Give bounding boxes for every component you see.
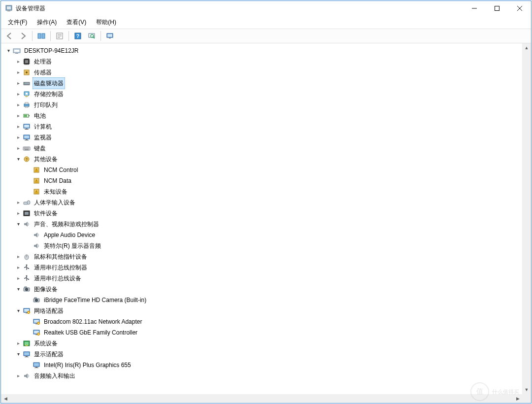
tree-node-14[interactable]: 软件设备 — [2, 208, 530, 219]
expand-arrow[interactable] — [15, 78, 22, 89]
tree-node-3[interactable]: 存储控制器 — [2, 89, 530, 100]
tree-node-label[interactable]: 图像设备 — [33, 283, 59, 295]
horizontal-scrollbar[interactable]: ◀ ▶ — [1, 394, 522, 403]
tree-node-27[interactable]: 显示适配器 — [2, 349, 530, 360]
tree-node-label[interactable]: NCM Control — [42, 164, 79, 176]
tree-node-28[interactable]: Intel(R) Iris(R) Plus Graphics 655 — [2, 360, 530, 370]
tree-node-label[interactable]: 系统设备 — [33, 337, 59, 349]
scroll-right-button[interactable]: ▶ — [513, 394, 522, 403]
tree-node-label[interactable]: 英特尔(R) 显示器音频 — [42, 240, 102, 252]
expand-arrow[interactable] — [15, 273, 22, 284]
close-button[interactable] — [508, 1, 531, 16]
tree-node-10[interactable]: NCM Control — [2, 165, 530, 175]
expand-arrow[interactable] — [15, 349, 22, 360]
expand-arrow[interactable] — [15, 219, 22, 230]
scroll-left-button[interactable]: ◀ — [1, 394, 10, 403]
tree-node-13[interactable]: 人体学输入设备 — [2, 197, 530, 208]
expand-arrow[interactable] — [15, 338, 22, 349]
tree-node-2[interactable]: 磁盘驱动器 — [2, 78, 530, 89]
show-hide-tree-button[interactable] — [35, 30, 48, 42]
scroll-track[interactable] — [10, 394, 513, 403]
expand-arrow[interactable] — [15, 56, 22, 67]
tree-node-label[interactable]: 监视器 — [33, 132, 53, 143]
tree-node-4[interactable]: 打印队列 — [2, 100, 530, 110]
scroll-up-button[interactable]: ▲ — [522, 43, 531, 52]
tree-root[interactable]: DESKTOP-94E12JR — [2, 45, 530, 56]
tree-node-label[interactable]: 声音、视频和游戏控制器 — [33, 218, 100, 230]
tree-node-18[interactable]: 鼠标和其他指针设备 — [2, 251, 530, 262]
tree-node-label[interactable]: 软件设备 — [33, 207, 59, 219]
tree-node-label[interactable]: 鼠标和其他指针设备 — [33, 251, 89, 263]
back-button[interactable] — [3, 30, 16, 42]
tree-node-label[interactable]: DESKTOP-94E12JR — [23, 45, 80, 57]
tree-node-label[interactable]: 传感器 — [33, 67, 53, 78]
tree-node-label[interactable]: 处理器 — [33, 56, 53, 67]
tree-node-22[interactable]: iBridge FaceTime HD Camera (Built-in) — [2, 295, 530, 305]
expand-arrow[interactable] — [15, 208, 22, 219]
device-tree[interactable]: DESKTOP-94E12JR处理器传感器磁盘驱动器存储控制器打印队列电池计算机… — [1, 43, 531, 403]
expand-arrow[interactable] — [15, 284, 22, 295]
tree-node-19[interactable]: 通用串行总线控制器 — [2, 262, 530, 273]
tree-node-26[interactable]: 系统设备 — [2, 338, 530, 349]
tree-node-24[interactable]: Broadcom 802.11ac Network Adapter — [2, 316, 530, 327]
expand-arrow[interactable] — [15, 143, 22, 154]
tree-node-9[interactable]: 其他设备 — [2, 154, 530, 165]
tree-node-23[interactable]: 网络适配器 — [2, 305, 530, 316]
expand-arrow[interactable] — [15, 121, 22, 132]
expand-arrow[interactable] — [15, 110, 22, 121]
tree-node-label[interactable]: 网络适配器 — [33, 305, 65, 317]
tree-node-label[interactable]: 音频输入和输出 — [33, 370, 77, 382]
scan-hardware-button[interactable] — [85, 30, 98, 42]
expand-arrow[interactable] — [15, 370, 22, 381]
tree-node-label[interactable]: 电池 — [33, 110, 47, 122]
tree-node-6[interactable]: 计算机 — [2, 121, 530, 132]
expand-arrow[interactable] — [15, 67, 22, 78]
tree-node-5[interactable]: 电池 — [2, 110, 530, 121]
tree-node-label[interactable]: iBridge FaceTime HD Camera (Built-in) — [42, 294, 148, 306]
maximize-button[interactable] — [486, 1, 508, 16]
tree-node-label[interactable]: Apple Audio Device — [42, 229, 97, 241]
tree-node-label[interactable]: 其他设备 — [33, 153, 59, 165]
tree-node-label[interactable]: 磁盘驱动器 — [33, 77, 65, 89]
forward-button[interactable] — [17, 30, 30, 42]
tree-node-label[interactable]: NCM Data — [42, 175, 73, 187]
tree-node-label[interactable]: 打印队列 — [33, 99, 59, 111]
menu-help[interactable]: 帮助(H) — [91, 16, 121, 29]
menu-action[interactable]: 操作(A) — [32, 16, 62, 29]
tree-node-label[interactable]: 计算机 — [33, 121, 53, 133]
expand-arrow[interactable] — [15, 262, 22, 273]
tree-node-25[interactable]: Realtek USB GbE Family Controller — [2, 327, 530, 338]
monitor-button[interactable] — [103, 30, 116, 42]
help-button[interactable] — [71, 30, 84, 42]
menu-file[interactable]: 文件(F) — [3, 16, 32, 29]
tree-node-7[interactable]: 监视器 — [2, 132, 530, 143]
tree-node-label[interactable]: 通用串行总线设备 — [33, 272, 83, 284]
tree-node-12[interactable]: 未知设备 — [2, 186, 530, 197]
tree-node-label[interactable]: Broadcom 802.11ac Network Adapter — [42, 316, 143, 328]
tree-node-21[interactable]: 图像设备 — [2, 284, 530, 295]
expand-arrow[interactable] — [15, 197, 22, 208]
expand-arrow[interactable] — [15, 305, 22, 316]
expand-arrow[interactable] — [5, 45, 12, 56]
tree-node-15[interactable]: 声音、视频和游戏控制器 — [2, 219, 530, 230]
scroll-down-button[interactable]: ▼ — [522, 385, 531, 394]
tree-node-29[interactable]: 音频输入和输出 — [2, 370, 530, 381]
properties-button[interactable] — [53, 30, 66, 42]
expand-arrow[interactable] — [15, 251, 22, 262]
minimize-button[interactable] — [463, 1, 486, 16]
tree-node-label[interactable]: 通用串行总线控制器 — [33, 262, 89, 273]
tree-node-17[interactable]: 英特尔(R) 显示器音频 — [2, 240, 530, 251]
tree-node-label[interactable]: 人体学输入设备 — [33, 197, 77, 208]
tree-node-label[interactable]: 存储控制器 — [33, 88, 65, 100]
tree-node-1[interactable]: 传感器 — [2, 67, 530, 78]
scroll-track[interactable] — [522, 52, 531, 385]
tree-node-label[interactable]: 键盘 — [33, 142, 47, 154]
tree-node-label[interactable]: Realtek USB GbE Family Controller — [42, 327, 139, 338]
expand-arrow[interactable] — [15, 100, 22, 110]
expand-arrow[interactable] — [15, 132, 22, 143]
vertical-scrollbar[interactable]: ▲ ▼ — [522, 43, 531, 394]
expand-arrow[interactable] — [15, 154, 22, 165]
tree-node-label[interactable]: 未知设备 — [42, 186, 69, 198]
menu-view[interactable]: 查看(V) — [62, 16, 91, 29]
tree-node-16[interactable]: Apple Audio Device — [2, 230, 530, 240]
